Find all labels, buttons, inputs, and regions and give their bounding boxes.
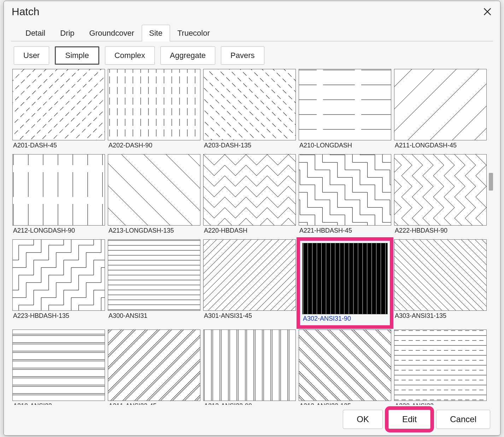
- pattern-a313-ansi32-135[interactable]: A313-ANSI32-135: [299, 330, 391, 405]
- scrollbar-thumb[interactable]: [489, 173, 493, 191]
- svg-line-52: [21, 102, 24, 106]
- svg-line-84: [32, 113, 35, 117]
- edit-button[interactable]: Edit: [388, 410, 430, 429]
- svg-line-759: [235, 165, 246, 176]
- svg-line-558: [210, 105, 213, 109]
- pattern-label: A303-ANSI31-135: [394, 311, 487, 322]
- svg-line-119: [60, 107, 64, 110]
- subtab-aggregate[interactable]: Aggregate: [160, 46, 216, 65]
- ok-button[interactable]: OK: [343, 410, 383, 429]
- pattern-a320-ansi33[interactable]: A320-ANSI33: [394, 330, 487, 405]
- pattern-label: A222-HBDASH-90: [394, 226, 487, 237]
- svg-line-986: [338, 215, 352, 225]
- pattern-a221-hbdash-45[interactable]: A221-HBDASH-45: [299, 154, 391, 237]
- svg-line-1309: [19, 282, 34, 297]
- svg-line-1282: [26, 305, 41, 310]
- svg-line-564: [245, 140, 248, 140]
- svg-line-774: [246, 176, 257, 186]
- subtab-complex[interactable]: Complex: [105, 46, 155, 65]
- svg-line-1267: [41, 305, 56, 310]
- pattern-a300-ansi31[interactable]: A300-ANSI31: [108, 239, 200, 327]
- svg-line-492: [221, 72, 224, 75]
- svg-line-548: [250, 134, 253, 138]
- subtab-user[interactable]: User: [14, 46, 49, 65]
- svg-line-773: [235, 176, 246, 186]
- pattern-a211-longdash-45[interactable]: A211-LONGDASH-45: [394, 69, 487, 151]
- svg-line-708: [167, 155, 200, 225]
- svg-line-1095: [455, 176, 465, 186]
- svg-line-547: [244, 128, 248, 132]
- pattern-a222-hbdash-90[interactable]: A222-HBDASH-90: [394, 154, 487, 237]
- pattern-a203-dash-135[interactable]: A203-DASH-135: [203, 69, 296, 151]
- svg-line-51: [15, 108, 18, 111]
- svg-line-437: [294, 101, 295, 105]
- svg-line-1348: [19, 240, 34, 252]
- svg-line-1181: [394, 197, 402, 208]
- svg-line-1248: [86, 275, 101, 290]
- hatch-dialog: Hatch DetailDripGroundcoverSiteTruecolor…: [4, 1, 500, 436]
- svg-line-1137: [423, 176, 433, 186]
- svg-line-471: [295, 124, 295, 127]
- tab-truecolor[interactable]: Truecolor: [170, 25, 217, 41]
- svg-line-1249: [79, 282, 94, 297]
- svg-line-90: [66, 78, 70, 82]
- svg-line-744: [225, 155, 235, 165]
- close-icon[interactable]: [480, 5, 494, 19]
- pattern-a210-longdash[interactable]: A210-LONGDASH: [299, 69, 391, 151]
- pattern-a301-ansi31-45[interactable]: A301-ANSI31-45: [203, 239, 296, 327]
- svg-line-1618: [306, 330, 391, 401]
- pattern-a220-hbdash[interactable]: A220-HBDASH: [203, 154, 296, 237]
- svg-line-1222: [86, 305, 101, 310]
- tab-site[interactable]: Site: [142, 25, 170, 41]
- svg-line-657: [409, 69, 486, 140]
- pattern-a303-ansi31-135[interactable]: A303-ANSI31-135: [394, 239, 487, 327]
- svg-line-1071: [476, 218, 486, 225]
- svg-line-1307: [34, 268, 48, 282]
- svg-line-447: [254, 72, 258, 76]
- pattern-a311-ansi32-45[interactable]: A311-ANSI32-45: [108, 330, 200, 405]
- pattern-a312-ansi32-90[interactable]: A312-ANSI32-90: [203, 330, 296, 405]
- svg-line-461: [237, 69, 241, 70]
- svg-line-216: [99, 134, 102, 138]
- pattern-a302-ansi31-90[interactable]: A302-ANSI31-90: [299, 239, 391, 327]
- pattern-a212-longdash-90[interactable]: A212-LONGDASH-90: [12, 154, 105, 237]
- subtab-simple[interactable]: Simple: [55, 46, 99, 65]
- svg-line-1571: [151, 352, 200, 401]
- svg-line-1277: [64, 268, 78, 282]
- pattern-a202-dash-90[interactable]: A202-DASH-90: [108, 69, 200, 151]
- svg-line-35: [13, 103, 13, 106]
- svg-line-165: [65, 135, 69, 139]
- tab-detail[interactable]: Detail: [18, 25, 53, 41]
- pattern-swatch: [299, 154, 391, 226]
- pattern-a213-longdash-135[interactable]: A213-LONGDASH-135: [108, 154, 200, 237]
- pattern-grid: A201-DASH-45 A202-DASH-90 A203-DASH-135 …: [11, 67, 493, 405]
- svg-line-1084: [465, 208, 476, 218]
- tab-groundcover[interactable]: Groundcover: [82, 25, 142, 41]
- svg-line-1480: [394, 240, 414, 310]
- cancel-button[interactable]: Cancel: [436, 410, 490, 429]
- svg-line-1275: [79, 252, 94, 267]
- pattern-a201-dash-45[interactable]: A201-DASH-45: [12, 69, 105, 151]
- svg-line-37: [21, 91, 24, 94]
- svg-line-446: [248, 69, 252, 70]
- subtab-pavers[interactable]: Pavers: [221, 46, 264, 65]
- svg-line-149: [59, 129, 63, 133]
- pattern-a310-ansi32[interactable]: A310-ANSI32: [12, 330, 105, 405]
- svg-line-815: [235, 208, 246, 218]
- svg-line-1421: [204, 240, 272, 310]
- svg-line-802: [246, 197, 257, 208]
- svg-line-138: [83, 95, 86, 99]
- tab-drip[interactable]: Drip: [53, 25, 82, 41]
- svg-line-74: [61, 73, 64, 77]
- svg-line-1547: [108, 330, 183, 385]
- svg-line-770: [204, 176, 214, 186]
- svg-line-996: [300, 192, 315, 207]
- svg-line-526: [221, 94, 224, 98]
- pattern-a223-hbdash-135[interactable]: A223-HBDASH-135: [12, 239, 105, 327]
- svg-line-120: [66, 101, 69, 105]
- svg-line-1545: [108, 330, 177, 379]
- svg-line-108: [83, 72, 87, 76]
- svg-line-1564: [128, 330, 200, 401]
- svg-line-434: [277, 84, 281, 88]
- svg-line-516: [261, 123, 265, 127]
